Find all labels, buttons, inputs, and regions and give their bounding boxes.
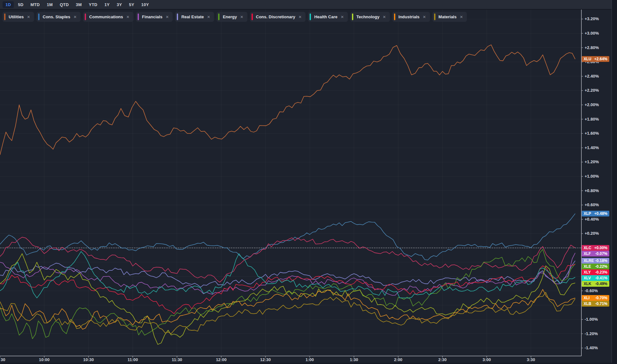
chip-close-icon[interactable]: ✕ bbox=[341, 15, 344, 19]
sector-color-indicator bbox=[38, 13, 39, 20]
sector-chip-financials[interactable]: Financials✕ bbox=[136, 12, 173, 22]
x-axis-label: 1:30 bbox=[350, 357, 358, 362]
badge-ticker: XLRE bbox=[584, 258, 594, 263]
bottom-edge-gutter bbox=[0, 363, 617, 364]
sector-chip-cons-discretionary[interactable]: Cons. Discretionary✕ bbox=[250, 12, 306, 22]
range-button-1y[interactable]: 1Y bbox=[101, 1, 112, 8]
x-axis-label: 30 bbox=[1, 357, 5, 362]
price-badge-XLU: XLU+2.64% bbox=[582, 56, 609, 62]
y-axis-label: +1.00% bbox=[585, 174, 599, 179]
sector-chip-label: Utilities bbox=[9, 14, 24, 19]
series-line-XLU bbox=[0, 45, 575, 155]
range-button-5d[interactable]: 5D bbox=[15, 1, 26, 8]
y-axis-label: +3.20% bbox=[585, 16, 599, 21]
sector-performance-chart[interactable] bbox=[0, 0, 617, 364]
sector-color-indicator bbox=[218, 13, 219, 20]
y-axis-label: -0.60% bbox=[585, 288, 598, 293]
y-axis-label: +2.00% bbox=[585, 102, 599, 107]
sector-color-indicator bbox=[252, 13, 253, 20]
price-badge-XLE: XLE-0.22% bbox=[582, 264, 609, 269]
sector-color-indicator bbox=[4, 13, 5, 20]
chip-close-icon[interactable]: ✕ bbox=[423, 15, 426, 19]
chip-close-icon[interactable]: ✕ bbox=[240, 15, 243, 19]
chip-close-icon[interactable]: ✕ bbox=[460, 15, 463, 19]
sector-color-indicator bbox=[434, 13, 435, 20]
sector-chip-technology[interactable]: Technology✕ bbox=[350, 12, 390, 22]
badge-ticker: XLE bbox=[584, 264, 591, 269]
right-edge-gutter bbox=[612, 0, 617, 364]
series-line-XLV bbox=[0, 251, 575, 298]
badge-ticker: XLB bbox=[584, 301, 591, 306]
y-axis-label: +1.80% bbox=[585, 117, 599, 122]
range-button-3m[interactable]: 3M bbox=[73, 1, 84, 8]
sector-chip-label: Health Care bbox=[314, 14, 337, 19]
sector-chip-communications[interactable]: Communications✕ bbox=[83, 12, 133, 22]
y-axis-label: -1.20% bbox=[585, 331, 598, 336]
sector-chip-utilities[interactable]: Utilities✕ bbox=[3, 12, 34, 22]
badge-ticker: XLI bbox=[584, 296, 590, 300]
x-axis-label: 12:30 bbox=[260, 357, 271, 362]
chip-close-icon[interactable]: ✕ bbox=[207, 15, 210, 19]
y-axis-label: +2.80% bbox=[585, 45, 599, 50]
chip-close-icon[interactable]: ✕ bbox=[166, 15, 169, 19]
time-range-toolbar: 1D5DMTD1MQTD3MYTD1Y3Y5Y10Y bbox=[0, 0, 617, 10]
y-axis-label: +1.60% bbox=[585, 131, 599, 136]
x-axis-label: 2:30 bbox=[438, 357, 447, 362]
x-axis-label: 10:00 bbox=[39, 357, 49, 362]
range-button-mtd[interactable]: MTD bbox=[28, 1, 43, 8]
series-line-XLF bbox=[0, 253, 575, 295]
chip-close-icon[interactable]: ✕ bbox=[383, 15, 386, 19]
badge-ticker: XLY bbox=[584, 270, 591, 275]
sector-chart-app: 1D5DMTD1MQTD3MYTD1Y3Y5Y10Y Utilities✕Con… bbox=[0, 0, 617, 364]
chip-close-icon[interactable]: ✕ bbox=[73, 15, 77, 19]
range-button-3y[interactable]: 3Y bbox=[114, 1, 125, 8]
price-badge-XLB: XLB-0.71% bbox=[582, 301, 609, 307]
x-axis-label: 3:00 bbox=[483, 357, 491, 362]
sector-chip-health-care[interactable]: Health Care✕ bbox=[308, 12, 347, 22]
badge-ticker: XLK bbox=[584, 282, 591, 286]
y-axis-label: -1.00% bbox=[585, 317, 598, 322]
y-axis-label: +0.20% bbox=[585, 231, 599, 236]
y-axis-label: +2.40% bbox=[585, 74, 599, 79]
price-badge-XLC: XLC+0.00% bbox=[582, 245, 609, 251]
x-axis-label: 1:00 bbox=[305, 357, 314, 362]
badge-ticker: XLV bbox=[584, 276, 591, 280]
y-axis-label: +0.40% bbox=[585, 217, 599, 222]
chip-close-icon[interactable]: ✕ bbox=[298, 15, 302, 19]
y-axis-label: +1.20% bbox=[585, 159, 599, 164]
range-button-ytd[interactable]: YTD bbox=[86, 1, 100, 8]
sector-chip-label: Cons. Discretionary bbox=[256, 14, 296, 19]
price-badge-XLF: XLF-0.07% bbox=[582, 251, 609, 257]
badge-change-value: -0.22% bbox=[595, 264, 607, 269]
y-axis-label: +3.00% bbox=[585, 31, 599, 36]
y-axis-label: -1.40% bbox=[585, 345, 598, 350]
chip-close-icon[interactable]: ✕ bbox=[27, 15, 30, 19]
price-badge-XLI: XLI-0.70% bbox=[582, 295, 609, 301]
range-button-1d[interactable]: 1D bbox=[3, 1, 14, 8]
sector-chip-label: Cons. Staples bbox=[43, 14, 70, 19]
range-button-qtd[interactable]: QTD bbox=[57, 1, 72, 8]
range-button-1m[interactable]: 1M bbox=[44, 1, 56, 8]
sector-chip-energy[interactable]: Energy✕ bbox=[217, 12, 247, 22]
badge-change-value: -0.18% bbox=[595, 258, 607, 263]
x-axis-label: 11:00 bbox=[127, 357, 138, 362]
sector-chip-materials[interactable]: Materials✕ bbox=[433, 12, 467, 22]
sector-chip-label: Financials bbox=[142, 14, 163, 19]
badge-change-value: +0.00% bbox=[594, 246, 607, 250]
y-axis-label: +0.60% bbox=[585, 202, 599, 207]
badge-change-value: -0.07% bbox=[595, 251, 607, 256]
sector-chip-label: Real Estate bbox=[181, 14, 204, 19]
range-button-5y[interactable]: 5Y bbox=[126, 1, 137, 8]
sector-chip-industrials[interactable]: Industrials✕ bbox=[392, 12, 430, 22]
sector-color-indicator bbox=[177, 13, 178, 20]
sector-chip-cons-staples[interactable]: Cons. Staples✕ bbox=[37, 12, 81, 22]
price-badge-XLK: XLK-0.49% bbox=[582, 281, 609, 287]
badge-change-value: +0.48% bbox=[594, 211, 607, 216]
badge-change-value: -0.23% bbox=[595, 270, 607, 275]
sector-color-indicator bbox=[352, 13, 353, 20]
badge-ticker: XLC bbox=[584, 246, 591, 250]
chip-close-icon[interactable]: ✕ bbox=[126, 15, 130, 19]
range-button-10y[interactable]: 10Y bbox=[138, 1, 152, 8]
sector-chip-real-estate[interactable]: Real Estate✕ bbox=[175, 12, 214, 22]
series-line-XLC bbox=[0, 237, 575, 283]
